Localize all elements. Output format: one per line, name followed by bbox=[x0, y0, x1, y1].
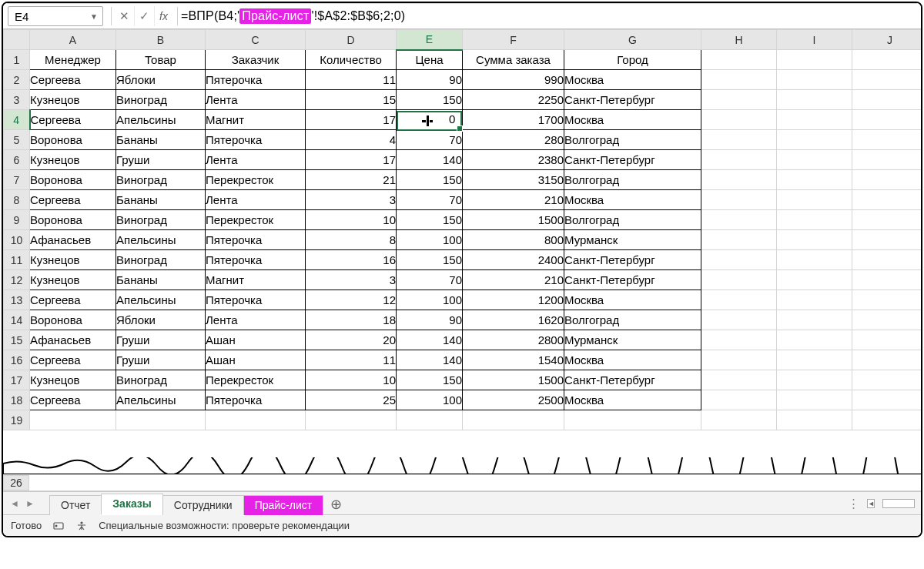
cell[interactable]: 17 bbox=[306, 150, 397, 170]
cell[interactable] bbox=[777, 90, 852, 110]
cell[interactable]: Санкт-Петербург bbox=[564, 90, 701, 110]
column-header[interactable]: E bbox=[397, 30, 463, 50]
cell[interactable] bbox=[777, 250, 852, 270]
cell[interactable] bbox=[852, 310, 922, 330]
cell[interactable]: 150 bbox=[397, 210, 463, 230]
cell[interactable] bbox=[777, 390, 852, 410]
cell[interactable]: Пятерочка bbox=[206, 250, 306, 270]
cell[interactable] bbox=[306, 410, 397, 430]
row-header[interactable]: 19 bbox=[4, 410, 30, 430]
cell[interactable] bbox=[777, 70, 852, 90]
accept-icon[interactable]: ✓ bbox=[135, 6, 155, 26]
macro-record-icon[interactable] bbox=[52, 520, 65, 532]
cell[interactable] bbox=[852, 290, 922, 310]
cell[interactable]: 1620 bbox=[463, 310, 564, 330]
tab-options-icon[interactable]: ⋮ bbox=[848, 497, 859, 510]
sheet-tab[interactable]: Сотрудники bbox=[162, 495, 244, 515]
cell[interactable]: Афанасьев bbox=[30, 230, 116, 250]
cell[interactable]: Бананы bbox=[116, 270, 206, 290]
cell[interactable]: Воронова bbox=[30, 170, 116, 190]
cell[interactable]: Кузнецов bbox=[30, 90, 116, 110]
column-header[interactable]: C bbox=[206, 30, 306, 50]
cell[interactable]: 25 bbox=[306, 390, 397, 410]
cell[interactable]: Пятерочка bbox=[206, 390, 306, 410]
cell[interactable]: 70 bbox=[397, 130, 463, 150]
cell[interactable]: 210 bbox=[463, 270, 564, 290]
cell[interactable] bbox=[777, 190, 852, 210]
cell[interactable]: Мурманск bbox=[564, 330, 701, 350]
row-header[interactable]: 5 bbox=[4, 130, 30, 150]
cell[interactable]: 1200 bbox=[463, 290, 564, 310]
cell[interactable]: Москва bbox=[564, 70, 701, 90]
cell[interactable]: 150 bbox=[397, 370, 463, 390]
table-header-cell[interactable]: Сумма заказа bbox=[463, 50, 564, 70]
cell[interactable] bbox=[777, 270, 852, 290]
table-header-cell[interactable]: Количество bbox=[306, 50, 397, 70]
cell[interactable] bbox=[701, 210, 777, 230]
row-header[interactable]: 6 bbox=[4, 150, 30, 170]
column-header[interactable]: A bbox=[30, 30, 116, 50]
cell[interactable]: 2250 bbox=[463, 90, 564, 110]
cell[interactable]: 11 bbox=[306, 350, 397, 370]
scroll-left-icon[interactable]: ◄ bbox=[867, 499, 875, 508]
row-header[interactable]: 16 bbox=[4, 350, 30, 370]
row-header[interactable]: 7 bbox=[4, 170, 30, 190]
cell[interactable] bbox=[852, 350, 922, 370]
row-header[interactable]: 1 bbox=[4, 50, 30, 70]
cell[interactable]: Груши bbox=[116, 350, 206, 370]
cell[interactable]: Сергеева bbox=[30, 390, 116, 410]
cell[interactable]: Виноград bbox=[116, 370, 206, 390]
cell[interactable]: 70 bbox=[397, 190, 463, 210]
cell[interactable]: 2380 bbox=[463, 150, 564, 170]
cell[interactable]: 210 bbox=[463, 190, 564, 210]
cancel-icon[interactable]: ✕ bbox=[115, 6, 135, 26]
cell[interactable]: 70 bbox=[397, 270, 463, 290]
cell[interactable] bbox=[777, 310, 852, 330]
cell[interactable]: 17 bbox=[306, 110, 397, 130]
cell[interactable]: Санкт-Петербург bbox=[564, 270, 701, 290]
column-header[interactable]: J bbox=[852, 30, 922, 50]
cell[interactable]: 12 bbox=[306, 290, 397, 310]
cell[interactable] bbox=[701, 410, 777, 430]
cell[interactable]: Виноград bbox=[116, 90, 206, 110]
row-header[interactable]: 14 bbox=[4, 310, 30, 330]
cell[interactable]: Бананы bbox=[116, 190, 206, 210]
table-header-cell[interactable]: Товар bbox=[116, 50, 206, 70]
cell[interactable] bbox=[116, 410, 206, 430]
cell[interactable]: Пятерочка bbox=[206, 290, 306, 310]
row-header[interactable]: 12 bbox=[4, 270, 30, 290]
cell[interactable] bbox=[701, 150, 777, 170]
new-sheet-button[interactable]: ⊕ bbox=[323, 494, 350, 514]
cell[interactable]: Сергеева bbox=[30, 190, 116, 210]
cell[interactable]: 100 bbox=[397, 390, 463, 410]
column-header[interactable]: B bbox=[116, 30, 206, 50]
cell[interactable] bbox=[777, 150, 852, 170]
cell[interactable] bbox=[777, 370, 852, 390]
cell[interactable]: Перекресток bbox=[206, 170, 306, 190]
cell[interactable] bbox=[777, 330, 852, 350]
cell[interactable] bbox=[701, 90, 777, 110]
cell[interactable] bbox=[701, 170, 777, 190]
cell[interactable] bbox=[852, 70, 922, 90]
formula-input[interactable]: =ВПР(B4;'Прайс-лист'!$A$2:$B$6;2;0) bbox=[181, 8, 916, 24]
cell[interactable]: Апельсины bbox=[116, 290, 206, 310]
cell[interactable]: 1540 bbox=[463, 350, 564, 370]
cell[interactable]: Москва bbox=[564, 350, 701, 370]
cell[interactable] bbox=[852, 330, 922, 350]
cell[interactable] bbox=[777, 130, 852, 150]
cell[interactable]: Пятерочка bbox=[206, 230, 306, 250]
cell[interactable] bbox=[701, 190, 777, 210]
cell[interactable]: 150 bbox=[397, 250, 463, 270]
cell[interactable] bbox=[852, 210, 922, 230]
cell[interactable] bbox=[701, 310, 777, 330]
cell[interactable]: Кузнецов bbox=[30, 250, 116, 270]
cell[interactable] bbox=[701, 370, 777, 390]
cell[interactable]: Перекресток bbox=[206, 370, 306, 390]
cell[interactable]: Воронова bbox=[30, 210, 116, 230]
cell[interactable]: Сергеева bbox=[30, 110, 116, 130]
cell[interactable]: 2800 bbox=[463, 330, 564, 350]
cell[interactable] bbox=[463, 410, 564, 430]
cell[interactable] bbox=[701, 50, 777, 70]
name-box[interactable]: E4 ▼ bbox=[8, 6, 103, 26]
cell[interactable] bbox=[30, 410, 116, 430]
